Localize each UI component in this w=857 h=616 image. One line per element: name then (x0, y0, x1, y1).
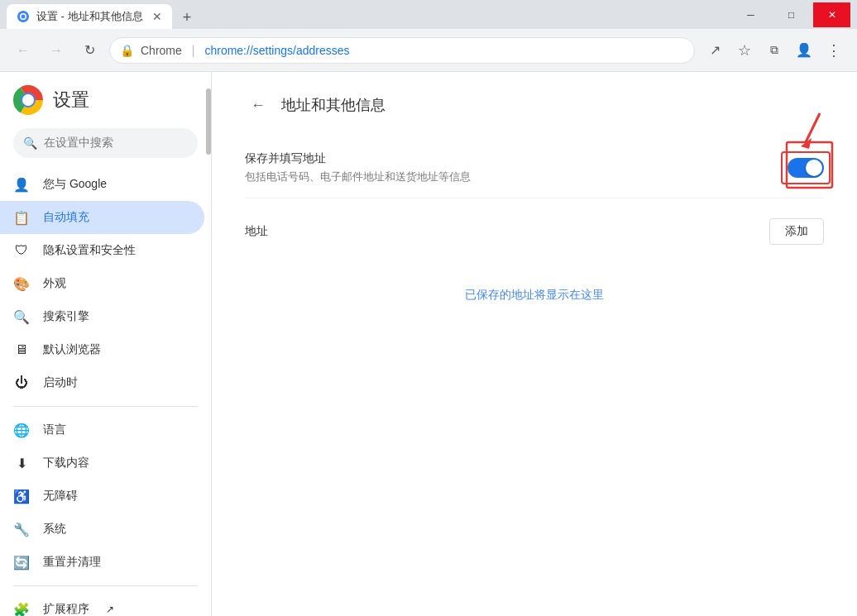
bookmark-button[interactable]: ☆ (731, 37, 758, 64)
page-title: 地址和其他信息 (281, 95, 385, 115)
appearance-icon: 🎨 (13, 275, 30, 292)
sidebar-item-download-label: 下载内容 (43, 456, 89, 470)
sidebar-item-startup[interactable]: ⏻ 启动时 (0, 366, 204, 399)
browser-icon: 🖥 (13, 341, 30, 358)
sidebar-item-browser-label: 默认浏览器 (43, 342, 101, 357)
startup-icon: ⏻ (13, 375, 30, 391)
address-section: 地址 添加 已保存的地址将显示在这里 (245, 218, 824, 336)
address-section-label: 地址 (245, 224, 268, 239)
sidebar-item-search-label: 搜索引擎 (43, 309, 89, 324)
search-bar[interactable]: 🔍 在设置中搜索 (13, 128, 198, 158)
address-bar: ← → ↻ 🔒 Chrome | chrome://settings/addre… (0, 29, 857, 72)
sidebar-item-download[interactable]: ⬇ 下载内容 (0, 446, 204, 480)
sidebar-item-google-label: 您与 Google (43, 177, 107, 192)
save-address-text: 保存并填写地址 包括电话号码、电子邮件地址和送货地址等信息 (245, 151, 471, 184)
split-view-button[interactable]: ⧉ (761, 37, 788, 64)
nav-divider-2 (13, 585, 198, 586)
window-controls: ─ □ ✕ (732, 2, 850, 27)
url-prefix: Chrome (141, 44, 182, 57)
sidebar-item-accessibility-label: 无障碍 (43, 489, 78, 504)
system-icon: 🔧 (13, 521, 30, 537)
sidebar-item-browser[interactable]: 🖥 默认浏览器 (0, 333, 204, 366)
new-tab-button[interactable]: + (175, 6, 199, 29)
reset-icon: 🔄 (13, 554, 30, 571)
svg-point-2 (22, 15, 26, 19)
sidebar-item-reset[interactable]: 🔄 重置并清理 (0, 546, 204, 579)
tab-close-button[interactable]: ✕ (152, 10, 162, 23)
menu-button[interactable]: ⋮ (821, 37, 847, 64)
sidebar-item-startup-label: 启动时 (43, 375, 78, 390)
page-header: ← 地址和其他信息 (245, 92, 824, 118)
sidebar-item-system-label: 系统 (43, 522, 66, 537)
sidebar-item-search[interactable]: 🔍 搜索引擎 (0, 300, 204, 333)
url-separator: | (192, 44, 195, 57)
search-icon: 🔍 (23, 136, 37, 150)
add-address-button[interactable]: 添加 (769, 218, 824, 245)
sidebar-item-appearance-label: 外观 (43, 276, 66, 291)
language-icon: 🌐 (13, 422, 30, 438)
extensions-icon: 🧩 (13, 601, 30, 616)
minimize-button[interactable]: ─ (732, 2, 769, 27)
sidebar-item-google[interactable]: 👤 您与 Google (0, 168, 204, 201)
shield-icon: 🛡 (13, 242, 30, 259)
sidebar-item-system[interactable]: 🔧 系统 (0, 513, 204, 546)
toggle-container (788, 158, 824, 178)
close-button[interactable]: ✕ (813, 2, 850, 27)
sidebar-item-appearance[interactable]: 🎨 外观 (0, 267, 204, 300)
save-address-row: 保存并填写地址 包括电话号码、电子邮件地址和送货地址等信息 (245, 138, 824, 198)
toggle-thumb (806, 160, 822, 176)
security-icon: 🔒 (120, 44, 134, 57)
sidebar-scrollbar[interactable] (206, 72, 211, 616)
sidebar-title: 设置 (53, 88, 89, 112)
titlebar: 设置 - 地址和其他信息 ✕ + ─ □ ✕ (0, 0, 857, 29)
search-engine-icon: 🔍 (13, 308, 30, 325)
back-navigation-button[interactable]: ← (10, 37, 36, 64)
person-icon: 👤 (13, 176, 30, 193)
profile-button[interactable]: 👤 (791, 37, 817, 64)
search-placeholder: 在设置中搜索 (44, 136, 113, 150)
back-button[interactable]: ← (245, 92, 271, 118)
nav-divider-1 (13, 406, 198, 407)
maximize-button[interactable]: □ (773, 2, 810, 27)
sidebar-item-privacy[interactable]: 🛡 隐私设置和安全性 (0, 234, 204, 267)
sidebar-header: 设置 (0, 72, 211, 122)
toolbar-icons: ↗ ☆ ⧉ 👤 ⋮ (701, 37, 847, 64)
sidebar-item-language-label: 语言 (43, 423, 66, 437)
svg-point-5 (22, 94, 34, 106)
url-full: chrome://settings/addresses (204, 44, 349, 57)
url-bar[interactable]: 🔒 Chrome | chrome://settings/addresses (109, 37, 695, 64)
content-area: ← 地址和其他信息 保存并填写地址 包括电话号码、电子邮件地址和送货地址等信息 … (212, 72, 857, 616)
sidebar-item-reset-label: 重置并清理 (43, 555, 101, 570)
save-address-desc: 包括电话号码、电子邮件地址和送货地址等信息 (245, 170, 471, 184)
main-layout: 设置 🔍 在设置中搜索 👤 您与 Google 📋 自动填充 🛡 隐私设置和安全… (0, 72, 857, 616)
sidebar-item-extensions-label: 扩展程序 (43, 602, 89, 616)
sidebar-item-language[interactable]: 🌐 语言 (0, 413, 204, 446)
share-button[interactable]: ↗ (701, 37, 728, 64)
empty-addresses-text: 已保存的地址将显示在这里 (245, 255, 824, 336)
sidebar-item-extensions[interactable]: 🧩 扩展程序 ↗ (0, 593, 204, 616)
accessibility-icon: ♿ (13, 488, 30, 504)
sidebar-item-autofill-label: 自动填充 (43, 210, 89, 225)
tab-favicon (17, 10, 30, 23)
tab-title: 设置 - 地址和其他信息 (36, 9, 143, 24)
address-section-header: 地址 添加 (245, 218, 824, 245)
sidebar-scroll-thumb (206, 88, 211, 155)
tab-bar: 设置 - 地址和其他信息 ✕ + (7, 0, 729, 29)
refresh-button[interactable]: ↻ (76, 37, 103, 64)
sidebar-item-accessibility[interactable]: ♿ 无障碍 (0, 480, 204, 513)
download-icon: ⬇ (13, 455, 30, 471)
save-address-label: 保存并填写地址 (245, 151, 471, 166)
active-tab[interactable]: 设置 - 地址和其他信息 ✕ (7, 4, 172, 29)
autofill-icon: 📋 (13, 209, 30, 226)
forward-navigation-button[interactable]: → (43, 37, 69, 64)
chrome-logo (13, 85, 43, 115)
sidebar-item-autofill[interactable]: 📋 自动填充 (0, 201, 204, 234)
external-link-icon: ↗ (106, 604, 114, 615)
sidebar: 设置 🔍 在设置中搜索 👤 您与 Google 📋 自动填充 🛡 隐私设置和安全… (0, 72, 212, 616)
save-address-toggle[interactable] (788, 158, 824, 178)
sidebar-item-privacy-label: 隐私设置和安全性 (43, 243, 136, 258)
